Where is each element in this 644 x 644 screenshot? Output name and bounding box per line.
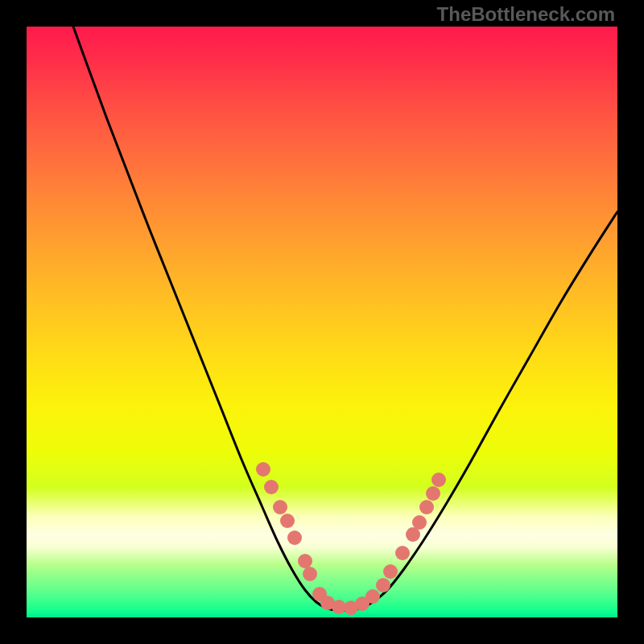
- marker-dot: [273, 500, 287, 514]
- curve-group: [73, 27, 617, 610]
- marker-dot: [287, 530, 302, 545]
- marker-dot: [280, 514, 295, 528]
- marker-dot: [431, 473, 446, 487]
- chart-frame: TheBottleneck.com: [0, 0, 644, 644]
- marker-dot: [365, 589, 380, 604]
- marker-dot: [419, 500, 434, 514]
- chart-svg: [27, 27, 617, 617]
- bottleneck-curve: [73, 27, 617, 610]
- marker-dot: [395, 546, 410, 560]
- plot-area: [27, 27, 617, 617]
- marker-dot: [264, 480, 279, 494]
- marker-dot: [412, 515, 427, 530]
- marker-dot: [426, 486, 440, 501]
- brand-watermark: TheBottleneck.com: [437, 3, 615, 26]
- marker-dot: [376, 578, 390, 592]
- marker-dot: [298, 554, 312, 568]
- marker-dots: [256, 462, 446, 615]
- marker-dot: [303, 567, 317, 581]
- marker-dot: [256, 462, 270, 477]
- marker-dot: [383, 564, 398, 579]
